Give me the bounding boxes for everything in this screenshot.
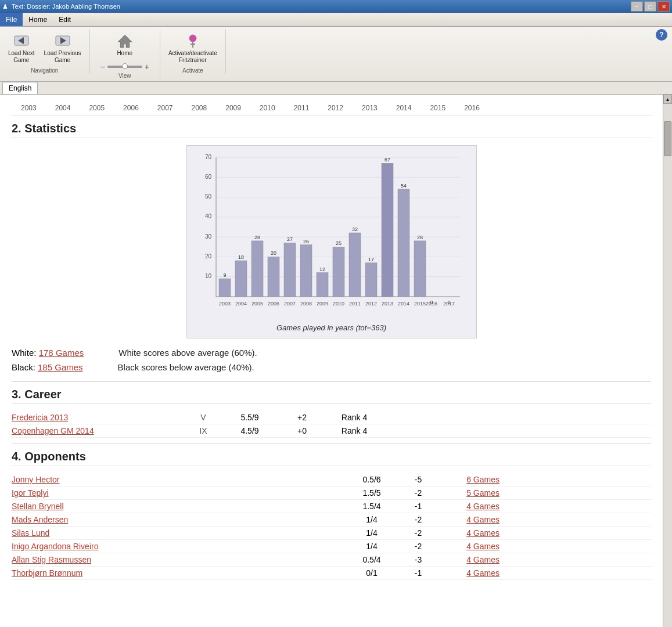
svg-text:2014: 2014	[397, 301, 409, 307]
scrollbar[interactable]: ▲ ▼	[663, 95, 672, 627]
opponent-silas-lund[interactable]: Silas Lund	[12, 528, 348, 538]
svg-text:2011: 2011	[348, 301, 360, 307]
opponent-games-2: 4 Games	[441, 502, 499, 511]
white-games-link[interactable]: 178 Games	[39, 348, 84, 358]
opponent-mads-andersen[interactable]: Mads Andersen	[12, 515, 348, 524]
svg-text:20: 20	[270, 250, 276, 256]
scroll-area[interactable]: 2003 2004 2005 2006 2007 2008 2009 2010 …	[0, 95, 663, 627]
opponent-score-0: 0.5/6	[348, 475, 395, 484]
opponents-section: Jonny Hector 0.5/6 -5 6 Games Igor Teply…	[12, 473, 651, 580]
opponent-score-5: 1/4	[348, 542, 395, 551]
opponent-row: Jonny Hector 0.5/6 -5 6 Games	[12, 473, 651, 487]
menu-edit[interactable]: Edit	[53, 13, 77, 26]
load-previous-game-button[interactable]: Load PreviousGame	[41, 29, 85, 66]
black-games-link[interactable]: 185 Games	[38, 362, 83, 372]
menu-file[interactable]: File	[0, 13, 23, 26]
svg-rect-44	[382, 163, 393, 297]
view-label: View	[118, 73, 131, 79]
title-bar-buttons[interactable]: − □ ✕	[631, 1, 670, 12]
ribbon-group-view: Home − + View	[90, 29, 160, 79]
opponent-games-link-7[interactable]: 4 Games	[466, 568, 499, 578]
year-2007[interactable]: 2007	[148, 103, 182, 113]
minimize-button[interactable]: −	[631, 1, 643, 12]
opponent-row: Thorbjørn Brønnum 0/1 -1 4 Games	[12, 567, 651, 580]
ribbon-group-navigation: Load NextGame Load PreviousGame Navigati…	[0, 29, 90, 74]
statistics-title: 2. Statistics	[12, 122, 651, 138]
scroll-track[interactable]	[663, 104, 672, 627]
year-2014[interactable]: 2014	[387, 103, 421, 113]
year-2013[interactable]: 2013	[353, 103, 387, 113]
opponent-games-link-0[interactable]: 6 Games	[466, 475, 499, 484]
svg-text:2017: 2017	[443, 301, 454, 307]
opponent-games-link-6[interactable]: 4 Games	[466, 555, 499, 564]
stats-summary: White: 178 Games White scores above aver…	[12, 348, 651, 372]
opponent-jonny-hector[interactable]: Jonny Hector	[12, 475, 348, 484]
help-button[interactable]: ?	[656, 29, 667, 41]
zoom-minus-icon[interactable]: −	[100, 62, 105, 71]
activate-label: Activate	[182, 67, 203, 74]
maximize-button[interactable]: □	[644, 1, 656, 12]
career-score-1: 4.5/9	[221, 426, 279, 435]
load-next-game-button[interactable]: Load NextGame	[5, 29, 38, 66]
load-next-game-icon	[12, 31, 31, 50]
opponent-games-link-4[interactable]: 4 Games	[466, 528, 499, 538]
year-2009[interactable]: 2009	[216, 103, 250, 113]
svg-text:2003: 2003	[218, 301, 230, 307]
svg-text:2008: 2008	[300, 301, 311, 307]
year-2015[interactable]: 2015	[421, 103, 455, 113]
opponent-diff-2: -1	[395, 502, 441, 511]
opponent-games-link-5[interactable]: 4 Games	[466, 542, 499, 551]
svg-rect-38	[333, 247, 344, 297]
tab-english[interactable]: English	[2, 82, 38, 94]
svg-text:40: 40	[204, 213, 211, 219]
opponent-diff-3: -2	[395, 515, 441, 524]
year-2004[interactable]: 2004	[46, 103, 80, 113]
zoom-slider[interactable]	[107, 66, 142, 68]
opponent-allan-stig[interactable]: Allan Stig Rasmussen	[12, 555, 348, 564]
opponent-diff-7: -1	[395, 568, 441, 578]
svg-text:9: 9	[223, 272, 226, 278]
svg-rect-32	[284, 243, 296, 297]
opponent-games-link-2[interactable]: 4 Games	[466, 502, 499, 511]
scroll-thumb[interactable]	[664, 121, 671, 156]
career-score-0: 5.5/9	[221, 413, 279, 422]
year-2005[interactable]: 2005	[80, 103, 114, 113]
svg-text:70: 70	[204, 154, 211, 160]
activate-fritztrainer-button[interactable]: Activate/deactivateFritztrainer	[165, 29, 221, 66]
svg-rect-30	[268, 257, 279, 297]
zoom-plus-icon[interactable]: +	[145, 62, 149, 71]
home-icon	[116, 31, 134, 50]
career-num-1: IX	[186, 426, 221, 435]
close-button[interactable]: ✕	[657, 1, 670, 12]
career-rank-0: Rank 4	[325, 413, 383, 422]
year-2003[interactable]: 2003	[12, 103, 46, 113]
section-divider-opponents	[12, 444, 651, 444]
year-2008[interactable]: 2008	[182, 103, 217, 113]
opponent-stellan-brynell[interactable]: Stellan Brynell	[12, 502, 348, 511]
title-bar-icons: ♟ Text: Dossier: Jakob Aabling Thomsen	[2, 3, 120, 10]
opponent-games-link-1[interactable]: 5 Games	[466, 488, 499, 498]
year-2010[interactable]: 2010	[250, 103, 285, 113]
year-2011[interactable]: 2011	[285, 103, 319, 113]
svg-text:30: 30	[204, 233, 211, 240]
year-2016[interactable]: 2016	[455, 103, 489, 113]
opponent-igor-teplyi[interactable]: Igor Teplyi	[12, 488, 348, 498]
svg-text:2016: 2016	[425, 301, 437, 307]
opponent-inigo-argandona[interactable]: Inigo Argandona Riveiro	[12, 542, 348, 551]
opponent-games-5: 4 Games	[441, 542, 499, 551]
opponent-score-1: 1.5/5	[348, 488, 395, 498]
svg-text:2005: 2005	[251, 301, 263, 307]
year-2012[interactable]: 2012	[318, 103, 353, 113]
year-2006[interactable]: 2006	[114, 103, 148, 113]
career-event-fredericia[interactable]: Fredericia 2013	[12, 413, 186, 422]
opponent-thorbjorn[interactable]: Thorbjørn Brønnum	[12, 568, 348, 578]
svg-text:17: 17	[368, 257, 373, 262]
career-diff-0: +2	[279, 413, 325, 422]
svg-text:2007: 2007	[283, 301, 295, 307]
scroll-up-button[interactable]: ▲	[663, 95, 672, 104]
menu-home[interactable]: Home	[23, 13, 53, 26]
home-button[interactable]: Home	[110, 29, 139, 59]
career-event-copenhagen[interactable]: Copenhagen GM 2014	[12, 426, 186, 435]
opponent-games-link-3[interactable]: 4 Games	[466, 515, 499, 524]
career-row: Copenhagen GM 2014 IX 4.5/9 +0 Rank 4	[12, 424, 651, 438]
